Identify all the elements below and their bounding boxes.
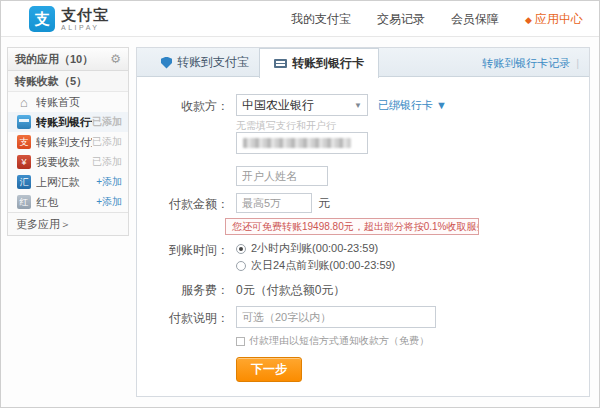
memo-input[interactable] (236, 306, 436, 328)
nav-member-protection[interactable]: 会员保障 (451, 11, 499, 28)
red-packet-icon: 红 (17, 195, 31, 209)
sidebar-section-title: 转账收款（5） (8, 71, 128, 92)
top-nav: 我的支付宝 交易记录 会员保障 ◆应用中心 (291, 1, 583, 37)
sidebar-item-transfer-to-bank-card[interactable]: 转账到银行卡 已添加 (8, 112, 128, 132)
logo-brand-text: 支付宝 (61, 7, 109, 22)
diamond-icon: ◆ (525, 15, 532, 25)
home-icon: ⌂ (17, 95, 31, 109)
amount-unit: 元 (318, 195, 330, 212)
alipay-transfer-page: 支 支付宝 ALIPAY 我的支付宝 交易记录 会员保障 ◆应用中心 我的应用（… (0, 0, 600, 408)
sidebar-title: 我的应用（10） (15, 52, 93, 67)
memo-label: 付款说明： (137, 310, 229, 327)
bank-card-records-link[interactable]: 转账到银行卡记录| (482, 56, 579, 71)
sidebar-item-online-remit[interactable]: 汇 上网汇款 +添加 (8, 172, 128, 192)
payee-name-input[interactable] (236, 166, 328, 186)
bank-hint: 无需填写支行和开户行 (236, 119, 581, 133)
arrival-time-label: 到账时间： (137, 242, 229, 259)
transfer-panel: 转账到支付宝 转账到银行卡 转账到银行卡记录| 收款方： 中国农业银行 ▼ 已绑… (136, 47, 590, 397)
card-icon (274, 59, 287, 68)
sidebar-item-transfer-to-alipay[interactable]: 支 转账到支付宝 已添加 (8, 132, 128, 152)
sidebar-item-red-packet[interactable]: 红 红包 +添加 (8, 192, 128, 212)
collect-money-icon: ¥ (17, 155, 31, 169)
sms-notify-checkbox[interactable]: 付款理由以短信方式通知收款方（免费） (236, 334, 581, 348)
service-fee-value: 0元（付款总额0元） (236, 282, 581, 299)
top-header: 支 支付宝 ALIPAY 我的支付宝 交易记录 会员保障 ◆应用中心 (1, 1, 599, 37)
tab-transfer-to-alipay[interactable]: 转账到支付宝 (147, 48, 263, 77)
radio-unselected-icon (236, 261, 246, 271)
sidebar-item-collect-money[interactable]: ¥ 我要收款 已添加 (8, 152, 128, 172)
nav-my-alipay[interactable]: 我的支付宝 (291, 11, 351, 28)
alipay-logo[interactable]: 支 支付宝 ALIPAY (29, 6, 109, 32)
nav-transaction-records[interactable]: 交易记录 (377, 11, 425, 28)
sidebar-more-apps[interactable]: 更多应用＞ (8, 212, 128, 235)
arrival-option-2h[interactable]: 2小时内到账(00:00-23:59) (236, 241, 581, 256)
tab-bar: 转账到支付宝 转账到银行卡 转账到银行卡记录| (137, 48, 589, 77)
radio-selected-icon (236, 244, 246, 254)
alipay-transfer-icon: 支 (17, 135, 31, 149)
sidebar-item-transfer-home[interactable]: ⌂ 转账首页 (8, 92, 128, 112)
online-remit-icon: 汇 (17, 175, 31, 189)
payee-label: 收款方： (137, 98, 229, 115)
arrival-option-next-day[interactable]: 次日24点前到账(00:00-23:59) (236, 258, 581, 273)
divider: | (576, 57, 579, 69)
account-number-redacted (243, 138, 351, 148)
tab-transfer-to-bank-card[interactable]: 转账到银行卡 (259, 48, 379, 78)
logo-sub-text: ALIPAY (61, 24, 109, 31)
fee-notice: 您还可免费转账19498.80元，超出部分将按0.1%收取服务费，最低为1元。 (225, 218, 479, 235)
amount-input[interactable] (236, 193, 312, 213)
service-fee-label: 服务费： (137, 282, 229, 299)
checkbox-icon (236, 337, 245, 346)
bound-cards-link[interactable]: 已绑银行卡 ▼ (378, 98, 447, 113)
chevron-down-icon: ▼ (354, 101, 362, 110)
alipay-logo-icon: 支 (29, 6, 55, 32)
bank-card-icon (17, 115, 31, 129)
bank-select[interactable]: 中国农业银行 ▼ (236, 94, 368, 116)
amount-label: 付款金额： (137, 196, 229, 213)
nav-app-center[interactable]: ◆应用中心 (525, 11, 583, 28)
account-number-input[interactable] (236, 132, 368, 154)
shield-icon (161, 57, 172, 69)
gear-icon[interactable]: ⚙ (110, 52, 121, 66)
next-step-button[interactable]: 下一步 (236, 357, 302, 382)
sidebar: 我的应用（10） ⚙ 转账收款（5） ⌂ 转账首页 转账到银行卡 已添加 支 转… (7, 47, 129, 236)
